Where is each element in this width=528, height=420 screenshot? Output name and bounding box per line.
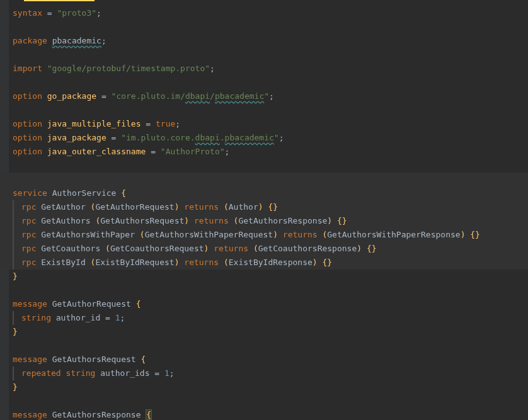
paren: (	[105, 244, 110, 253]
string-part: pbacademic	[215, 91, 264, 101]
code-line[interactable]	[13, 173, 528, 186]
keyword: returns	[184, 258, 219, 267]
paren: (	[140, 230, 145, 239]
indent-guide	[13, 242, 14, 256]
equals: =	[146, 147, 160, 156]
string-literal: "proto3"	[57, 8, 96, 18]
type-ref: Author	[229, 202, 258, 212]
code-line[interactable]: repeated string author_ids = 1;	[13, 366, 528, 380]
keyword: package	[13, 36, 47, 45]
option-name: java_package	[47, 133, 106, 142]
keyword: returns	[283, 230, 318, 239]
package-name: pbacademic	[52, 36, 101, 45]
code-line[interactable]	[13, 283, 528, 297]
braces: {}	[337, 216, 347, 225]
keyword: rpc	[21, 258, 36, 267]
code-line[interactable]: option java_package = "im.pluto.core.dba…	[13, 131, 528, 145]
indent-guide	[13, 214, 14, 228]
paren: )	[175, 202, 180, 212]
code-line[interactable]: message GetAuthorsRequest {	[13, 353, 528, 366]
brace: }	[13, 382, 18, 392]
code-line[interactable]: rpc ExistById (ExistByIdRequest) returns…	[13, 256, 528, 270]
keyword: returns	[214, 244, 248, 253]
option-name: java_outer_classname	[47, 147, 146, 156]
code-editor[interactable]: syntax = "proto3"; package pbacademic; i…	[0, 0, 528, 420]
string-literal: "google/protobuf/timestamp.proto"	[47, 64, 210, 73]
equals: =	[96, 91, 111, 101]
boolean: true	[156, 119, 175, 128]
code-line[interactable]: }	[13, 270, 528, 283]
code-line[interactable]: rpc GetAuthorsWithPaper (GetAuthorsWithP…	[13, 228, 528, 242]
keyword: rpc	[21, 216, 36, 225]
indent-guide	[13, 311, 14, 325]
keyword: rpc	[21, 202, 36, 212]
code-line[interactable]: package pbacademic;	[13, 34, 528, 48]
brace: {	[121, 188, 126, 198]
keyword: rpc	[21, 230, 36, 239]
code-line[interactable]: message GetAuthorRequest {	[13, 297, 528, 311]
keyword: import	[13, 64, 42, 73]
indent-guide	[13, 366, 14, 380]
code-line[interactable]: message GetAuthorsResponse {	[13, 408, 528, 420]
message-name: GetAuthorsRequest	[52, 355, 136, 364]
paren: )	[204, 244, 209, 253]
semicolon: ;	[175, 119, 180, 128]
code-line[interactable]	[13, 48, 528, 62]
field-name: author_id	[56, 313, 100, 322]
keyword: message	[13, 410, 47, 419]
code-line[interactable]: }	[13, 325, 528, 339]
code-line[interactable]: option go_package = "core.pluto.im/dbapi…	[13, 89, 528, 103]
type-ref: GetAuthorsResponse	[238, 216, 327, 225]
keyword: returns	[194, 216, 229, 225]
code-line[interactable]: rpc GetAuthor (GetAuthorRequest) returns…	[13, 200, 528, 214]
keyword: repeated	[21, 368, 61, 378]
code-line[interactable]: rpc GetCoauthors (GetCoauthorsRequest) r…	[13, 242, 528, 256]
code-line[interactable]: option java_outer_classname = "AuthorPro…	[13, 145, 528, 159]
code-line[interactable]: import "google/protobuf/timestamp.proto"…	[13, 62, 528, 76]
paren: )	[327, 216, 332, 225]
keyword: message	[13, 299, 47, 309]
semicolon: ;	[101, 36, 106, 45]
code-line[interactable]: string author_id = 1;	[13, 311, 528, 325]
code-line[interactable]: rpc GetAuthors (GetAuthorsRequest) retur…	[13, 214, 528, 228]
code-line[interactable]: service AuthorService {	[13, 186, 528, 200]
rpc-name: GetAuthor	[41, 202, 85, 212]
code-line[interactable]	[13, 394, 528, 408]
code-line[interactable]	[13, 76, 528, 89]
paren: (	[224, 258, 229, 267]
quote: "	[274, 133, 279, 142]
semicolon: ;	[169, 368, 175, 378]
option-name: go_package	[47, 91, 96, 101]
equals: =	[150, 368, 164, 378]
equals: =	[141, 119, 156, 128]
brace: {	[136, 299, 141, 309]
semicolon: ;	[225, 147, 230, 156]
brace-matched: {	[146, 409, 152, 420]
field-type: string	[66, 368, 95, 378]
message-name: GetAuthorRequest	[52, 299, 131, 309]
code-line[interactable]: option java_multiple_files = true;	[13, 117, 528, 131]
keyword: option	[13, 91, 42, 101]
semicolon: ;	[96, 8, 101, 18]
rpc-name: GetCoauthors	[41, 244, 100, 253]
code-line[interactable]	[13, 159, 528, 173]
field-type: string	[21, 313, 51, 322]
code-line[interactable]: }	[13, 380, 528, 394]
brace: }	[13, 327, 18, 336]
code-line[interactable]: syntax = "proto3";	[13, 6, 528, 20]
semicolon: ;	[279, 133, 284, 142]
type-ref: GetAuthorRequest	[95, 202, 174, 212]
slash: /	[210, 91, 215, 101]
paren: )	[184, 216, 189, 225]
code-line[interactable]	[13, 103, 528, 117]
keyword: service	[13, 188, 47, 198]
code-line[interactable]	[13, 339, 528, 353]
keyword: option	[13, 119, 42, 128]
string-part: dbapi	[185, 91, 210, 101]
code-line[interactable]	[13, 20, 528, 34]
brace: {	[141, 355, 146, 364]
option-name: java_multiple_files	[47, 119, 141, 128]
paren: (	[253, 244, 258, 253]
rpc-name: GetAuthors	[41, 216, 90, 225]
indent-guide	[13, 228, 14, 242]
